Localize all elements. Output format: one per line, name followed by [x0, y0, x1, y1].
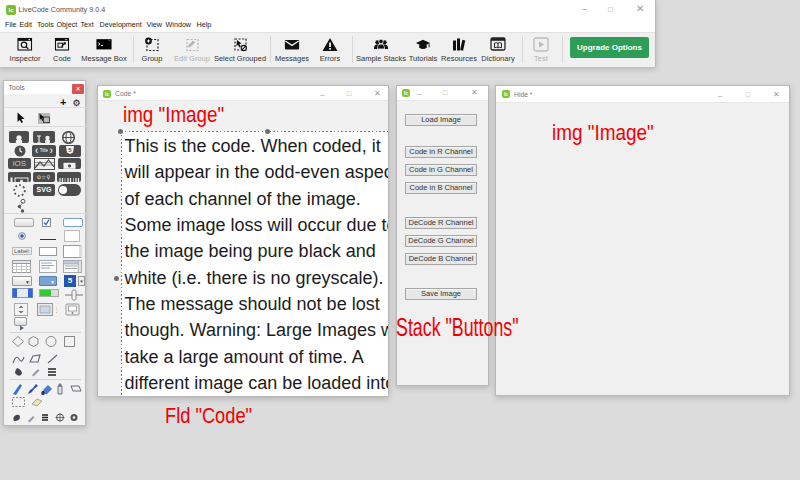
svg-text:⋮: ⋮: [54, 306, 58, 313]
